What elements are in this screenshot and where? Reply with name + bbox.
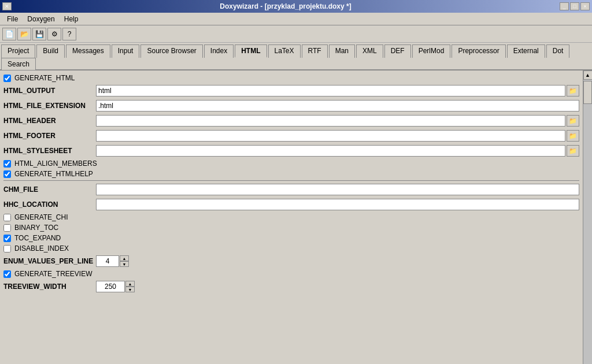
html-header-row: HTML_HEADER 📁 [3, 114, 579, 127]
enum-values-spinner-container: ▲ ▼ [96, 255, 129, 267]
treeview-width-label: TREEVIEW_WIDTH [3, 283, 96, 291]
html-header-input[interactable] [96, 115, 565, 127]
html-align-members-checkbox[interactable] [3, 160, 11, 168]
html-output-input[interactable] [96, 85, 565, 96]
close-button-right[interactable]: × [580, 2, 590, 10]
vertical-scrollbar[interactable]: ▲ ▼ [583, 70, 592, 364]
tab-source-browser[interactable]: Source Browser [140, 44, 202, 58]
generate-html-checkbox[interactable] [3, 75, 11, 82]
disable-index-row: DISABLE_INDEX [3, 244, 579, 252]
binary-toc-label: BINARY_TOC [14, 224, 58, 232]
html-stylesheet-browse-button[interactable]: 📁 [567, 145, 579, 157]
html-output-row: HTML_OUTPUT 📁 [3, 84, 579, 97]
html-output-label: HTML_OUTPUT [3, 87, 96, 95]
hhc-location-input[interactable] [96, 199, 579, 210]
close-button[interactable]: ✕ [2, 2, 12, 10]
tab-build[interactable]: Build [36, 44, 65, 58]
generate-html-row: GENERATE_HTML [3, 74, 579, 82]
html-file-extension-row: HTML_FILE_EXTENSION [3, 99, 579, 112]
enum-values-per-line-row: ENUM_VALUES_PER_LINE ▲ ▼ [3, 255, 579, 268]
content-area: GENERATE_HTML HTML_OUTPUT 📁 HTML_FILE_EX… [0, 70, 592, 364]
enum-values-per-line-label: ENUM_VALUES_PER_LINE [3, 257, 96, 265]
toc-expand-checkbox[interactable] [3, 235, 11, 242]
generate-htmlhelp-checkbox[interactable] [3, 170, 11, 178]
tab-html[interactable]: HTML [235, 44, 267, 58]
enum-spinner-down[interactable]: ▼ [120, 261, 129, 267]
menu-bar: File Doxygen Help [0, 13, 592, 25]
menu-help[interactable]: Help [60, 14, 83, 24]
generate-chi-checkbox[interactable] [3, 214, 11, 221]
generate-chi-label: GENERATE_CHI [14, 213, 68, 221]
tab-latex[interactable]: LaTeX [268, 44, 301, 58]
toc-expand-label: TOC_EXPAND [14, 234, 61, 242]
tab-input[interactable]: Input [112, 44, 140, 58]
html-header-label: HTML_HEADER [3, 117, 96, 125]
html-stylesheet-input[interactable] [96, 145, 565, 157]
save-button[interactable]: 💾 [32, 28, 46, 40]
html-output-browse-button[interactable]: 📁 [567, 85, 579, 96]
tab-messages[interactable]: Messages [66, 44, 110, 58]
disable-index-label: DISABLE_INDEX [14, 244, 69, 252]
settings-button[interactable]: ⚙ [47, 28, 61, 40]
hhc-location-row: HHC_LOCATION [3, 198, 579, 211]
generate-html-label: GENERATE_HTML [14, 74, 75, 82]
tab-external[interactable]: External [507, 44, 545, 58]
tab-index[interactable]: Index [204, 44, 234, 58]
window-controls: _ □ × [560, 2, 590, 10]
hhc-location-label: HHC_LOCATION [3, 200, 96, 209]
treeview-spinner-container: ▲ ▼ [96, 281, 135, 292]
html-footer-browse-button[interactable]: 📁 [567, 130, 579, 142]
generate-chi-row: GENERATE_CHI [3, 213, 579, 221]
treeview-width-row: TREEVIEW_WIDTH ▲ ▼ [3, 280, 579, 293]
html-footer-label: HTML_FOOTER [3, 132, 96, 140]
menu-doxygen[interactable]: Doxygen [23, 14, 59, 24]
generate-treeview-checkbox[interactable] [3, 270, 11, 278]
binary-toc-checkbox[interactable] [3, 224, 11, 232]
generate-htmlhelp-label: GENERATE_HTMLHELP [14, 170, 93, 178]
open-button[interactable]: 📂 [17, 28, 31, 40]
tab-def[interactable]: DEF [384, 44, 411, 58]
tabs-bar: Project Build Messages Input Source Brow… [0, 43, 592, 70]
html-footer-input[interactable] [96, 130, 565, 142]
enum-spinner-buttons: ▲ ▼ [120, 255, 129, 267]
new-button[interactable]: 📄 [2, 28, 16, 40]
chm-file-row: CHM_FILE [3, 183, 579, 196]
scroll-up-button[interactable]: ▲ [583, 70, 593, 80]
maximize-button[interactable]: □ [570, 2, 579, 10]
html-stylesheet-row: HTML_STYLESHEET 📁 [3, 144, 579, 157]
toolbar: 📄 📂 💾 ⚙ ? [0, 25, 592, 43]
scroll-thumb[interactable] [583, 81, 592, 104]
title-bar: ✕ Doxywizard - [przyklad_projektu.doxy *… [0, 0, 592, 13]
menu-file[interactable]: File [2, 14, 23, 24]
tab-man[interactable]: Man [329, 44, 355, 58]
toc-expand-row: TOC_EXPAND [3, 234, 579, 242]
generate-treeview-label: GENERATE_TREEVIEW [14, 270, 92, 278]
tab-search[interactable]: Search [1, 58, 36, 70]
tab-dot[interactable]: Dot [546, 44, 570, 58]
enum-values-per-line-input[interactable] [96, 255, 119, 267]
chm-file-label: CHM_FILE [3, 185, 96, 194]
enum-spinner-up[interactable]: ▲ [120, 255, 129, 261]
window-title: Doxywizard - [przyklad_projektu.doxy *] [12, 2, 560, 10]
disable-index-checkbox[interactable] [3, 245, 11, 252]
minimize-button[interactable]: _ [560, 2, 569, 10]
settings-panel: GENERATE_HTML HTML_OUTPUT 📁 HTML_FILE_EX… [0, 70, 583, 364]
treeview-width-input[interactable] [96, 281, 125, 292]
html-file-extension-input[interactable] [96, 100, 579, 112]
treeview-spinner-down[interactable]: ▼ [125, 287, 135, 292]
html-stylesheet-label: HTML_STYLESHEET [3, 147, 96, 155]
scroll-track[interactable] [583, 80, 592, 364]
tab-xml[interactable]: XML [356, 44, 383, 58]
treeview-spinner-up[interactable]: ▲ [125, 281, 135, 287]
tab-preprocessor[interactable]: Preprocessor [452, 44, 505, 58]
tab-rtf[interactable]: RTF [302, 44, 328, 58]
html-footer-row: HTML_FOOTER 📁 [3, 129, 579, 142]
html-align-members-row: HTML_ALIGN_MEMBERS [3, 159, 579, 168]
chm-file-input[interactable] [96, 184, 579, 195]
help-button[interactable]: ? [62, 28, 76, 40]
tab-perlmod[interactable]: PerlMod [412, 44, 451, 58]
tab-project[interactable]: Project [1, 44, 35, 58]
binary-toc-row: BINARY_TOC [3, 224, 579, 232]
html-header-browse-button[interactable]: 📁 [567, 115, 579, 127]
generate-treeview-row: GENERATE_TREEVIEW [3, 270, 579, 278]
